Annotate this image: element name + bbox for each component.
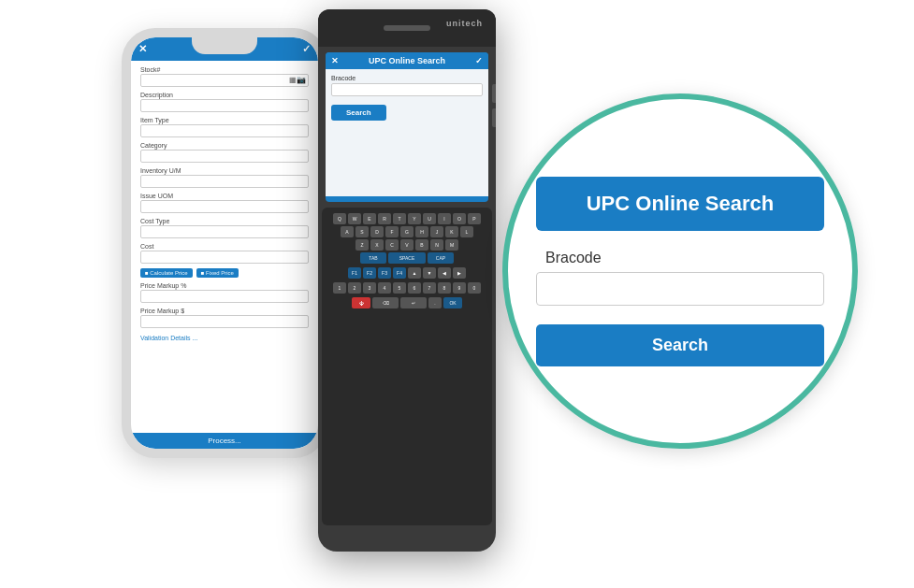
phone-field-stock: Stock# ▦📷 <box>140 66 309 87</box>
phone-label-issueuom: Issue UOM <box>140 193 309 199</box>
phone-footer[interactable]: Process... <box>131 433 318 449</box>
key-q[interactable]: Q <box>333 213 346 224</box>
key-arrow-right[interactable]: ▶ <box>453 267 466 279</box>
key-dot[interactable]: . <box>428 297 442 308</box>
key-y[interactable]: Y <box>408 213 421 224</box>
key-0[interactable]: 0 <box>468 282 481 294</box>
handheld-body: unitech ✕ UPC Online Search ✓ Bracode Se… <box>318 9 496 552</box>
key-h[interactable]: H <box>415 226 428 237</box>
key-z[interactable]: Z <box>355 239 369 251</box>
key-arrow-up[interactable]: ▲ <box>408 267 421 279</box>
handheld-side-button-1[interactable] <box>492 84 496 103</box>
key-row-5: F1 F2 F3 F4 ▲ ▼ ◀ ▶ <box>327 267 486 279</box>
key-i[interactable]: I <box>438 213 451 224</box>
key-6[interactable]: 6 <box>408 282 421 294</box>
key-m[interactable]: M <box>445 239 458 251</box>
key-8[interactable]: 8 <box>438 282 451 294</box>
phone-label-markup-dollar: Price Markup $ <box>140 308 309 314</box>
handheld-side-button-2[interactable] <box>492 108 496 127</box>
handheld-bracode-label: Bracode <box>331 75 483 81</box>
key-k[interactable]: K <box>445 226 458 237</box>
key-backspace[interactable]: ⌫ <box>372 297 399 308</box>
handheld-check-icon[interactable]: ✓ <box>475 56 483 65</box>
phone-input-itemtype[interactable] <box>140 124 309 137</box>
key-row-3: Z X C V B N M <box>327 239 486 251</box>
calculate-price-button[interactable]: ■ Calculate Price <box>140 268 193 278</box>
unitech-brand-label: unitech <box>446 19 483 28</box>
phone-input-costtype[interactable] <box>140 225 309 238</box>
key-cap[interactable]: CAP <box>428 252 454 264</box>
key-fn4[interactable]: F4 <box>393 267 406 279</box>
key-2[interactable]: 2 <box>348 282 361 294</box>
key-x[interactable]: X <box>370 239 384 251</box>
key-4[interactable]: 4 <box>378 282 391 294</box>
key-b[interactable]: B <box>415 239 428 251</box>
key-a[interactable]: A <box>341 226 354 237</box>
phone-input-markup-dollar[interactable] <box>140 315 309 328</box>
handheld-screen-header: ✕ UPC Online Search ✓ <box>326 52 488 69</box>
circle-search-button[interactable]: Search <box>536 324 824 366</box>
key-g[interactable]: G <box>400 226 413 237</box>
key-7[interactable]: 7 <box>423 282 436 294</box>
phone-validation-link[interactable]: Validation Details ... <box>140 333 309 343</box>
handheld-bracode-input[interactable] <box>331 83 483 96</box>
phone-input-cost[interactable] <box>140 251 309 264</box>
key-d[interactable]: D <box>370 226 384 237</box>
key-j[interactable]: J <box>430 226 443 237</box>
phone-input-desc[interactable] <box>140 99 309 112</box>
fixed-price-button[interactable]: ■ Fixed Price <box>196 268 239 278</box>
key-ok[interactable]: OK <box>443 297 462 308</box>
key-arrow-left[interactable]: ◀ <box>438 267 451 279</box>
key-v[interactable]: V <box>400 239 413 251</box>
key-u[interactable]: U <box>423 213 436 224</box>
key-power[interactable]: ⏻ <box>352 297 370 308</box>
phone-label-inventoryum: Inventory U/M <box>140 167 309 174</box>
phone-label-cost: Cost <box>140 243 309 250</box>
key-3[interactable]: 3 <box>363 282 376 294</box>
phone-label-category: Category <box>140 142 309 149</box>
key-fn2[interactable]: F2 <box>363 267 376 279</box>
key-row-2: A S D F G H J K L <box>327 226 486 237</box>
phone-label-costtype: Cost Type <box>140 218 309 224</box>
phone-label-markup-pct: Price Markup % <box>140 282 309 289</box>
circle-bracode-input[interactable] <box>536 272 824 306</box>
phone-input-inventoryum[interactable] <box>140 175 309 188</box>
handheld-close-icon[interactable]: ✕ <box>331 56 339 65</box>
key-arrow-down[interactable]: ▼ <box>423 267 436 279</box>
key-space[interactable]: SPACE <box>388 252 426 264</box>
key-e[interactable]: E <box>363 213 376 224</box>
key-w[interactable]: W <box>348 213 361 224</box>
key-5[interactable]: 5 <box>393 282 406 294</box>
key-1[interactable]: 1 <box>333 282 346 294</box>
phone-check-icon[interactable]: ✓ <box>302 43 311 55</box>
key-fn3[interactable]: F3 <box>378 267 391 279</box>
key-p[interactable]: P <box>468 213 481 224</box>
key-9[interactable]: 9 <box>453 282 466 294</box>
phone-input-issueuom[interactable] <box>140 200 309 213</box>
key-enter[interactable]: ↵ <box>400 297 427 308</box>
key-f[interactable]: F <box>385 226 399 237</box>
key-tab[interactable]: TAB <box>360 252 386 264</box>
phone-field-cost: Cost <box>140 243 309 264</box>
phone-field-issueuom: Issue UOM <box>140 193 309 213</box>
handheld-screen-title: UPC Online Search <box>369 56 445 65</box>
phone-process-label: Process... <box>208 437 241 445</box>
phone-input-stock[interactable]: ▦📷 <box>140 74 309 87</box>
handheld-search-button[interactable]: Search <box>331 105 386 121</box>
phone-field-desc: Description <box>140 92 309 112</box>
key-row-bottom: ⏻ ⌫ ↵ . OK <box>327 297 486 308</box>
phone-field-itemtype: Item Type <box>140 117 309 137</box>
key-t[interactable]: T <box>393 213 406 224</box>
key-s[interactable]: S <box>355 226 369 237</box>
phone-input-markup-pct[interactable] <box>140 290 309 303</box>
phone-close-icon[interactable]: ✕ <box>138 43 147 55</box>
key-l[interactable]: L <box>460 226 473 237</box>
key-r[interactable]: R <box>378 213 391 224</box>
phone-field-costtype: Cost Type <box>140 218 309 238</box>
key-c[interactable]: C <box>385 239 399 251</box>
phone-input-category[interactable] <box>140 150 309 163</box>
phone-field-inventoryum: Inventory U/M <box>140 167 309 188</box>
key-o[interactable]: O <box>453 213 466 224</box>
key-fn1[interactable]: F1 <box>348 267 361 279</box>
key-n[interactable]: N <box>430 239 443 251</box>
